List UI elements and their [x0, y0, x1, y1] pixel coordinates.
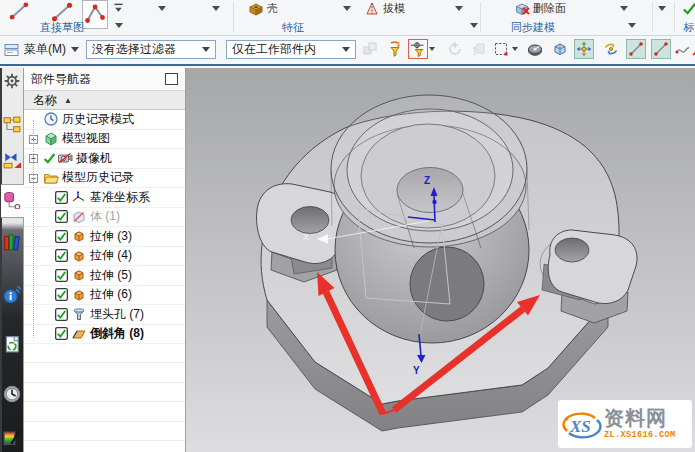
column-name-label: 名称 — [33, 92, 57, 109]
shell-button[interactable]: 壳 — [248, 0, 278, 17]
z-axis-label: Z — [424, 175, 430, 186]
chamfer-icon — [71, 326, 87, 342]
group-separator — [652, 2, 653, 32]
group-direct-sketch[interactable]: 直接草图 — [40, 20, 84, 35]
nx-window: 壳拔模删除面直接草图特征同步建模标 菜单(M) 没有选择过滤器 仅在工作部件内 … — [0, 0, 695, 452]
dropdown-arrow-icon[interactable] — [212, 6, 220, 11]
tree-item-extrude-5[interactable]: 拉伸 (5) — [24, 266, 185, 286]
tree-item-label: 拉伸 (5) — [90, 267, 132, 284]
shell-button-label: 壳 — [267, 1, 278, 16]
dropdown-arrow-icon[interactable] — [512, 47, 518, 51]
tree-item-cameras[interactable]: 摄像机 — [24, 149, 185, 169]
feature-checkbox[interactable] — [55, 269, 68, 282]
tree-item-datum-csys[interactable]: 基准坐标系 — [24, 188, 185, 208]
gallery-arrow-icon[interactable] — [470, 23, 478, 28]
csys-icon — [71, 189, 87, 205]
tree-item-model-history[interactable]: 模型历史记录 — [24, 169, 185, 189]
snap-filter-icon[interactable] — [385, 39, 405, 59]
column-header[interactable]: 名称 ▲ — [24, 90, 185, 110]
rect-select-icon[interactable] — [491, 39, 511, 59]
tree-item-history-mode[interactable]: 历史记录模式 — [24, 110, 185, 130]
feature-checkbox[interactable] — [55, 249, 68, 262]
selection-scope-dropdown[interactable]: 仅在工作部件内 — [226, 40, 356, 59]
dropdown-arrow-icon[interactable] — [620, 6, 628, 11]
constraint-navigator-icon[interactable] — [3, 151, 21, 169]
tree-item-extrude-3[interactable]: 拉伸 (3) — [24, 227, 185, 247]
more-button[interactable] — [112, 2, 126, 15]
feature-checkbox[interactable] — [55, 230, 68, 243]
part-navigator-icon[interactable] — [3, 191, 21, 209]
selection-filter-dropdown[interactable]: 没有选择过滤器 — [86, 40, 216, 59]
feature-checkbox[interactable] — [55, 308, 68, 321]
green-check-icon — [43, 152, 56, 165]
tree-item-countersink-7[interactable]: 埋头孔 (7) — [24, 305, 185, 325]
tree-item-label: 拉伸 (4) — [90, 247, 132, 264]
drag-icon[interactable] — [468, 39, 488, 59]
model-canvas[interactable]: Z Y X — [186, 68, 695, 452]
watermark-site-name: 资料网 — [604, 408, 676, 428]
tree-item-extrude-4[interactable]: 拉伸 (4) — [24, 247, 185, 267]
group-clipped[interactable]: 标 — [684, 20, 695, 35]
delete-face-button[interactable]: 删除面 — [514, 0, 566, 17]
line-icon[interactable] — [626, 39, 646, 59]
gallery-arrow-icon[interactable] — [628, 23, 636, 28]
delete-face-icon — [514, 1, 530, 17]
line-icon[interactable] — [651, 39, 671, 59]
group-synchronous-modeling[interactable]: 同步建模 — [511, 20, 555, 35]
feature-checkbox[interactable] — [55, 210, 68, 223]
solid-cube-icon[interactable] — [550, 39, 570, 59]
panel-window-button[interactable] — [165, 73, 178, 85]
assembly-constraints-icon[interactable] — [360, 39, 380, 59]
roles-icon[interactable] — [3, 427, 21, 445]
history-palette-icon[interactable] — [3, 385, 21, 403]
window-edge — [0, 68, 2, 452]
check-icon[interactable] — [682, 1, 695, 19]
panel-title: 部件导航器 — [31, 71, 91, 88]
menu-button[interactable]: 菜单(M) — [4, 41, 79, 58]
sort-ascending-icon[interactable]: ▲ — [64, 96, 72, 105]
selection-scope-icon[interactable] — [408, 39, 428, 59]
dropdown-arrow-icon[interactable] — [158, 6, 166, 11]
tree-item-label: 历史记录模式 — [62, 111, 134, 128]
sketch-line-icon[interactable] — [8, 0, 30, 25]
chevron-down-icon — [342, 47, 350, 52]
dropdown-arrow-icon[interactable] — [429, 47, 435, 51]
group-feature[interactable]: 特征 — [282, 20, 304, 35]
feature-checkbox[interactable] — [55, 191, 68, 204]
feature-checkbox[interactable] — [55, 288, 68, 301]
extrude-icon — [71, 228, 87, 244]
chevron-down-icon — [202, 47, 210, 52]
gauge-icon[interactable] — [525, 39, 545, 59]
dropdown-arrow-icon[interactable] — [658, 6, 666, 11]
tree-item-extrude-6[interactable]: 拉伸 (6) — [24, 286, 185, 306]
sketch-profile-icon[interactable] — [82, 0, 108, 29]
tree-guide — [33, 120, 34, 178]
graphics-viewport[interactable]: Z Y X XS 资料网 ZL.XS1616 — [186, 68, 695, 452]
draft-button[interactable]: 拔模 — [364, 0, 405, 17]
rotate-view-icon[interactable] — [601, 39, 621, 59]
reuse-library-icon[interactable] — [3, 335, 21, 353]
feature-checkbox[interactable] — [55, 327, 68, 340]
move-object-icon[interactable] — [574, 39, 594, 59]
ribbon: 壳拔模删除面直接草图特征同步建模标 — [0, 0, 695, 36]
tree-item-model-views[interactable]: 模型视图 — [24, 130, 185, 150]
library-icon[interactable] — [3, 233, 21, 251]
extrude-icon — [71, 267, 87, 283]
group-separator — [480, 2, 481, 32]
assembly-navigator-icon[interactable] — [3, 116, 21, 134]
reposition-icon[interactable] — [445, 39, 465, 59]
tree-item-label: 基准坐标系 — [90, 189, 150, 206]
dropdown-arrow-icon[interactable] — [455, 6, 463, 11]
tree-item-chamfer-8[interactable]: 倒斜角 (8) — [24, 325, 185, 345]
tree-item-label: 倒斜角 (8) — [90, 325, 144, 342]
selection-scope-value: 仅在工作部件内 — [232, 41, 316, 58]
dropdown-arrow-icon[interactable] — [343, 6, 351, 11]
gear-icon[interactable] — [3, 72, 21, 90]
gallery-arrow-icon[interactable] — [115, 23, 123, 28]
internet-icon[interactable] — [3, 285, 21, 303]
tree-item-body-1[interactable]: 体 (1) — [24, 208, 185, 228]
group-separator — [233, 2, 234, 32]
point-icon[interactable] — [689, 39, 695, 59]
countersink-icon — [71, 306, 87, 322]
group-separator — [674, 2, 675, 32]
